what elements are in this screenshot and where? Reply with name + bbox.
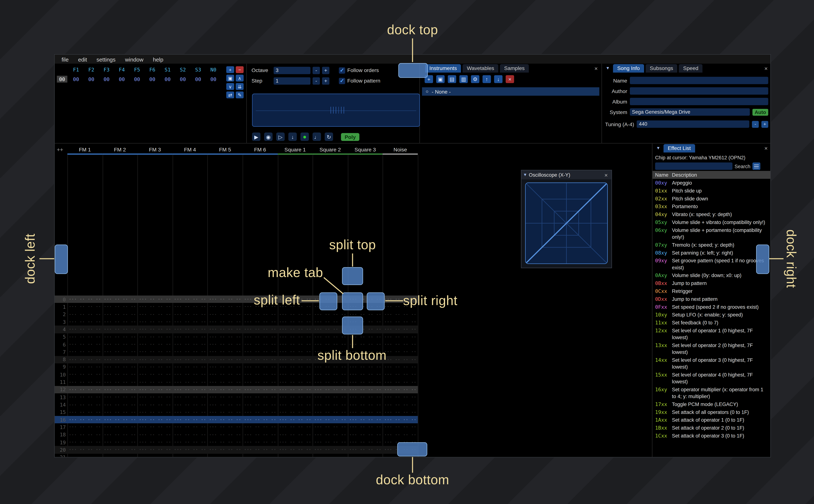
pattern-cell[interactable]: ··· ·· ·· ·· xyxy=(67,364,102,370)
order-cell[interactable]: 00 xyxy=(160,76,175,82)
channel-header-fm-6[interactable]: FM 6 xyxy=(242,146,277,155)
make-tab-target[interactable] xyxy=(342,292,363,310)
channel-header-noise[interactable]: Noise xyxy=(383,146,418,155)
menu-item-edit[interactable]: edit xyxy=(73,56,92,62)
split-bottom-target[interactable] xyxy=(342,316,363,334)
channel-header-fm-3[interactable]: FM 3 xyxy=(137,146,172,155)
pattern-cell[interactable]: ··· ·· ·· ·· xyxy=(207,387,242,392)
pattern-cell[interactable]: ··· ·· ·· ·· xyxy=(348,425,383,430)
step-decrease-button[interactable]: - xyxy=(312,77,320,84)
repeat-pattern-button[interactable]: ↻ xyxy=(324,132,333,141)
pattern-cell[interactable]: ··· ·· ·· ·· xyxy=(348,410,383,415)
pattern-cell[interactable]: ··· ·· ·· ·· xyxy=(277,402,312,407)
pattern-cell[interactable]: ··· ·· ·· ·· xyxy=(207,402,242,407)
play-from-cursor-button[interactable]: ▷ xyxy=(276,132,285,141)
pattern-cell[interactable]: ··· ·· ·· ·· xyxy=(242,455,277,457)
pattern-cell[interactable]: ··· ·· ·· ·· xyxy=(67,440,102,445)
order-cell[interactable]: 00 xyxy=(84,76,99,82)
pattern-cell[interactable]: ··· ·· ·· ·· xyxy=(67,304,102,309)
collapse-icon[interactable]: ▼ xyxy=(522,172,529,177)
order-cell[interactable]: 00 xyxy=(206,76,221,82)
pattern-cell[interactable]: ··· ·· ·· ·· xyxy=(242,372,277,377)
close-icon[interactable]: × xyxy=(764,145,768,151)
pattern-cell[interactable]: ··· ·· ·· ·· xyxy=(102,312,137,317)
pattern-cell[interactable]: ··· ·· ·· ·· xyxy=(172,432,207,438)
pattern-cell[interactable]: ··· ·· ·· ·· xyxy=(137,304,172,309)
pattern-cell[interactable]: ··· ·· ·· ·· xyxy=(312,312,348,317)
step-one-row-button[interactable]: ↓ xyxy=(288,132,297,141)
pattern-cell[interactable]: ··· ·· ·· ·· xyxy=(207,417,242,422)
tab-song-info[interactable]: Song Info xyxy=(613,64,644,73)
pattern-cell[interactable]: ··· ·· ·· ·· xyxy=(383,372,418,377)
pattern-cell[interactable]: ··· ·· ·· ·· xyxy=(172,379,207,385)
pattern-cell[interactable]: ··· ·· ·· ·· xyxy=(207,379,242,385)
pattern-cell[interactable]: ··· ·· ·· ·· xyxy=(172,364,207,370)
pattern-cell[interactable]: ··· ·· ·· ·· xyxy=(67,349,102,355)
pattern-cell[interactable]: ··· ·· ·· ·· xyxy=(137,455,172,457)
pattern-cell[interactable]: ··· ·· ·· ·· xyxy=(348,387,383,392)
close-icon[interactable]: × xyxy=(594,65,598,71)
pattern-cell[interactable]: ··· ·· ·· ·· xyxy=(172,372,207,377)
pattern-cell[interactable]: ··· ·· ·· ·· xyxy=(277,410,312,415)
effect-row[interactable]: 07xyTremolo (x: speed; y: depth) xyxy=(653,241,771,249)
pattern-cell[interactable]: ··· ·· ·· ·· xyxy=(348,372,383,377)
pattern-cell[interactable]: ··· ·· ·· ·· xyxy=(207,312,242,317)
step-increase-button[interactable]: + xyxy=(322,77,329,84)
pattern-cell[interactable]: ··· ·· ·· ·· xyxy=(137,327,172,332)
pattern-cell[interactable]: ··· ·· ·· ·· xyxy=(102,417,137,422)
channel-header-fm-4[interactable]: FM 4 xyxy=(172,146,207,155)
pattern-cell[interactable]: ··· ·· ·· ·· xyxy=(172,410,207,415)
pattern-cell[interactable]: ··· ·· ·· ·· xyxy=(277,327,312,332)
order-cell[interactable]: 00 xyxy=(145,76,160,82)
effect-row[interactable]: 0DxxJump to next pattern xyxy=(653,295,771,303)
effect-row[interactable]: 01xxPitch slide up xyxy=(653,187,771,195)
pattern-cell[interactable]: ··· ·· ·· ·· xyxy=(242,364,277,370)
pattern-cell[interactable]: ··· ·· ·· ·· xyxy=(207,440,242,445)
pattern-cell[interactable]: ··· ·· ·· ·· xyxy=(137,334,172,340)
pattern-cell[interactable]: ··· ·· ·· ·· xyxy=(207,447,242,453)
channel-header-fm-1[interactable]: FM 1 xyxy=(67,146,102,155)
pattern-cell[interactable]: ··· ·· ·· ·· xyxy=(137,297,172,302)
pattern-cell[interactable]: ··· ·· ·· ·· xyxy=(102,387,137,392)
play-pattern-button[interactable]: ◉ xyxy=(264,132,273,141)
pattern-cell[interactable]: ··· ·· ·· ·· xyxy=(242,334,277,340)
pattern-cell[interactable]: ··· ·· ·· ·· xyxy=(67,379,102,385)
pattern-cell[interactable]: ··· ·· ·· ·· xyxy=(67,387,102,392)
channel-header-square-1[interactable]: Square 1 xyxy=(277,146,312,155)
pattern-cell[interactable]: ··· ·· ·· ·· xyxy=(312,440,348,445)
tuning-decrease-button[interactable]: - xyxy=(752,121,759,127)
pattern-cell[interactable]: ··· ·· ·· ·· xyxy=(383,432,418,438)
pattern-cell[interactable]: ··· ·· ·· ·· xyxy=(242,327,277,332)
pattern-cell[interactable]: ··· ·· ·· ·· xyxy=(348,364,383,370)
pattern-cell[interactable]: ··· ·· ·· ·· xyxy=(312,379,348,385)
pattern-cell[interactable]: ··· ·· ·· ·· xyxy=(277,425,312,430)
pattern-cell[interactable]: ··· ·· ·· ·· xyxy=(172,402,207,407)
dock-left-target[interactable] xyxy=(55,244,68,274)
pattern-cell[interactable]: ··· ·· ·· ·· xyxy=(67,395,102,400)
pattern-cell[interactable]: ··· ·· ·· ·· xyxy=(102,379,137,385)
pattern-cell[interactable]: ··· ·· ·· ·· xyxy=(312,432,348,438)
pattern-cell[interactable]: ··· ·· ·· ·· xyxy=(67,342,102,347)
pattern-cell[interactable]: ··· ·· ·· ·· xyxy=(102,327,137,332)
pattern-cell[interactable]: ··· ·· ·· ·· xyxy=(242,357,277,362)
pattern-cell[interactable]: ··· ·· ·· ·· xyxy=(172,334,207,340)
pattern-cell[interactable]: ··· ·· ·· ·· xyxy=(102,304,137,309)
pattern-cell[interactable]: ··· ·· ·· ·· xyxy=(242,432,277,438)
pattern-cell[interactable]: ··· ·· ·· ·· xyxy=(312,410,348,415)
pattern-cell[interactable]: ··· ·· ·· ·· xyxy=(172,319,207,325)
pattern-cell[interactable]: ··· ·· ·· ·· xyxy=(137,349,172,355)
pattern-cell[interactable]: ··· ·· ·· ·· xyxy=(102,395,137,400)
tab-effect-list[interactable]: Effect List xyxy=(664,144,695,153)
pattern-cell[interactable]: ··· ·· ·· ·· xyxy=(312,334,348,340)
instrument-move-up-button[interactable]: ↑ xyxy=(483,75,491,83)
pattern-cell[interactable]: ··· ·· ·· ·· xyxy=(383,395,418,400)
system-field[interactable]: Sega Genesis/Mega Drive xyxy=(630,108,750,116)
pattern-cell[interactable]: ··· ·· ·· ·· xyxy=(207,357,242,362)
pattern-cell[interactable]: ··· ·· ·· ·· xyxy=(348,402,383,407)
order-cell[interactable]: 00 xyxy=(68,76,84,82)
oscilloscope-titlebar[interactable]: ▼ Oscilloscope (X-Y) × xyxy=(522,170,612,179)
channel-header-fm-5[interactable]: FM 5 xyxy=(207,146,242,155)
order-cell[interactable]: 00 xyxy=(129,76,145,82)
close-icon[interactable]: × xyxy=(764,65,768,71)
tab-wavetables[interactable]: Wavetables xyxy=(463,64,499,73)
